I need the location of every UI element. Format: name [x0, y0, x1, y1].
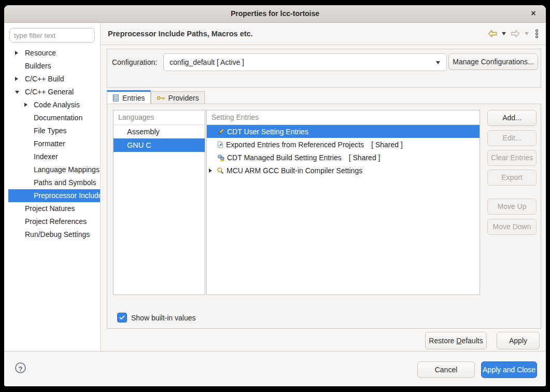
show-builtin-row[interactable]: Show built-in values — [117, 313, 196, 323]
tab-entries[interactable]: Entries — [107, 90, 151, 104]
tab-entries-label: Entries — [122, 94, 145, 102]
clear-entries-button[interactable]: Clear Entries — [487, 150, 537, 166]
forward-arrow-icon[interactable] — [511, 30, 520, 37]
properties-sidebar: Resource Builders C/C++ Build C/C++ Gene… — [4, 23, 101, 351]
language-row-assembly[interactable]: Assembly — [114, 125, 205, 138]
screen: Properties for lcc-tortoise × Resource B… — [0, 0, 550, 392]
tab-providers[interactable]: Providers — [151, 91, 205, 104]
move-up-button[interactable]: Move Up — [487, 199, 537, 215]
entry-shared-badge: [ Shared ] — [371, 141, 403, 149]
show-builtin-checkbox[interactable] — [117, 313, 127, 323]
sidebar-item-run-debug-settings[interactable]: Run/Debug Settings — [4, 228, 100, 241]
sidebar-item-preprocessor-include[interactable]: Preprocessor Include Paths, Macros etc. — [8, 189, 100, 202]
gears-icon — [217, 154, 224, 161]
entry-row-exported[interactable]: Exported Entries from Referenced Project… — [207, 138, 480, 151]
show-builtin-label: Show built-in values — [131, 314, 196, 322]
entries-list-icon — [112, 94, 119, 102]
help-icon[interactable]: ? — [15, 362, 26, 373]
entry-row-mcu-arm-gcc[interactable]: MCU ARM GCC Built-in Compiler Settings — [207, 164, 480, 177]
cancel-button[interactable]: Cancel — [417, 361, 475, 378]
languages-list: Languages Assembly GNU C — [113, 110, 205, 295]
configuration-label: Configuration: — [112, 54, 157, 71]
expander-icon[interactable] — [15, 77, 18, 81]
configuration-value: config_default [ Active ] — [170, 54, 244, 71]
languages-header: Languages — [114, 110, 205, 125]
magnifier-key-icon — [217, 167, 224, 174]
export-document-icon — [217, 141, 223, 148]
forward-dropdown-icon[interactable] — [525, 32, 529, 35]
sidebar-item-paths-and-symbols[interactable]: Paths and Symbols — [4, 176, 100, 189]
checkmark-icon — [119, 315, 125, 320]
close-icon[interactable]: × — [528, 5, 539, 22]
page-header: Preprocessor Include Paths, Macros etc. — [101, 23, 546, 45]
apply-button[interactable]: Apply — [497, 332, 540, 349]
entry-label: MCU ARM GCC Built-in Compiler Settings — [227, 166, 362, 175]
back-dropdown-icon[interactable] — [502, 32, 506, 35]
sidebar-item-project-natures[interactable]: Project Natures — [4, 202, 100, 215]
expander-icon[interactable] — [209, 169, 212, 173]
sidebar-item-formatter[interactable]: Formatter — [4, 137, 100, 150]
sidebar-item-resource[interactable]: Resource — [4, 47, 100, 60]
tab-bar: Entries Providers — [107, 90, 205, 104]
chevron-down-icon — [436, 61, 440, 64]
edit-button[interactable]: Edit... — [487, 130, 537, 146]
sidebar-item-builders[interactable]: Builders — [4, 60, 100, 73]
sidebar-item-documentation[interactable]: Documentation — [4, 111, 100, 124]
sidebar-item-indexer[interactable]: Indexer — [4, 150, 100, 163]
sidebar-item-language-mappings[interactable]: Language Mappings — [4, 163, 100, 176]
setting-entries-list: Setting Entries CDT User Setting Entries… — [206, 110, 480, 295]
page-title: Preprocessor Include Paths, Macros etc. — [108, 23, 253, 45]
expander-icon[interactable] — [24, 103, 27, 107]
back-arrow-icon[interactable] — [488, 30, 497, 37]
dialog-footer: ? Cancel Apply and Close — [4, 351, 546, 386]
properties-tree: Resource Builders C/C++ Build C/C++ Gene… — [4, 47, 100, 241]
entry-row-cdt-managed[interactable]: CDT Managed Build Setting Entries [ Shar… — [207, 151, 480, 164]
pencil-icon — [217, 128, 224, 135]
expander-icon[interactable] — [15, 51, 18, 55]
window-title: Properties for lcc-tortoise — [4, 5, 546, 22]
configuration-select[interactable]: config_default [ Active ] — [163, 53, 447, 71]
sidebar-item-file-types[interactable]: File Types — [4, 124, 100, 137]
sidebar-item-code-analysis[interactable]: Code Analysis — [4, 99, 100, 111]
export-button[interactable]: Export — [487, 170, 537, 186]
tab-providers-label: Providers — [168, 94, 199, 102]
entry-label: CDT Managed Build Setting Entries — [227, 153, 342, 162]
apply-and-close-button[interactable]: Apply and Close — [481, 361, 537, 378]
titlebar[interactable]: Properties for lcc-tortoise × — [4, 5, 546, 23]
sidebar-item-project-references[interactable]: Project References — [4, 215, 100, 228]
move-down-button[interactable]: Move Down — [487, 219, 537, 235]
entry-row-cdt-user[interactable]: CDT User Setting Entries — [207, 125, 480, 138]
view-menu-icon[interactable] — [535, 29, 539, 38]
sidebar-item-cpp-general[interactable]: C/C++ General — [4, 86, 100, 99]
manage-configurations-button[interactable]: Manage Configurations... — [448, 53, 538, 70]
entry-shared-badge: [ Shared ] — [349, 153, 380, 162]
add-button[interactable]: Add... — [487, 110, 537, 126]
setting-entries-header: Setting Entries — [207, 110, 480, 125]
filter-input[interactable] — [9, 28, 95, 43]
key-icon — [157, 95, 165, 101]
main-panel: Preprocessor Include Paths, Macros etc. … — [101, 23, 546, 351]
history-nav — [488, 23, 539, 45]
properties-dialog: Properties for lcc-tortoise × Resource B… — [4, 5, 546, 386]
entries-tab-content: Languages Assembly GNU C Setting Entries… — [107, 104, 541, 329]
restore-defaults-button[interactable]: Restore Defaults — [425, 332, 487, 349]
language-row-gnu-c[interactable]: GNU C — [114, 138, 205, 152]
entry-label: CDT User Setting Entries — [227, 128, 308, 136]
sidebar-item-cpp-build[interactable]: C/C++ Build — [4, 73, 100, 86]
configuration-group: Configuration: config_default [ Active ]… — [107, 49, 541, 88]
expander-icon[interactable] — [15, 91, 19, 94]
entry-label: Exported Entries from Referenced Project… — [226, 141, 364, 149]
